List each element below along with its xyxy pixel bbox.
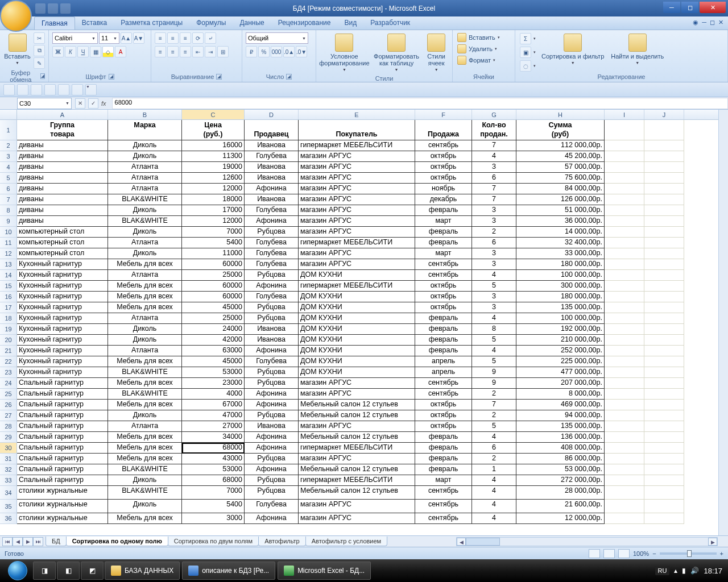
data-cell[interactable]: Афонина [245, 443, 299, 454]
data-cell[interactable]: Мебель для всех [108, 259, 182, 270]
taskbar-pinned-icon[interactable]: ◩ [81, 562, 104, 580]
data-cell[interactable]: 19000 [182, 162, 245, 173]
data-cell[interactable] [644, 248, 684, 259]
ribbon-tab[interactable]: Вид [337, 16, 363, 30]
data-cell[interactable]: Кухонный гарнитур [17, 270, 108, 281]
taskbar-app-button[interactable]: Microsoft Excel - БД... [278, 562, 371, 580]
row-header[interactable]: 1 [0, 120, 17, 140]
data-cell[interactable] [644, 367, 684, 378]
autosum-button[interactable]: Σ▾ [519, 32, 537, 45]
data-cell[interactable]: 100 000,00р. [516, 270, 605, 281]
row-header[interactable]: 13 [0, 259, 17, 270]
data-cell[interactable] [605, 410, 644, 421]
data-cell[interactable]: Диколь [108, 324, 182, 335]
data-cell[interactable]: 5 [472, 335, 516, 346]
data-cell[interactable]: Диколь [108, 151, 182, 162]
data-cell[interactable] [644, 513, 684, 524]
dialog-launcher-icon[interactable]: ◢ [40, 73, 45, 79]
decrease-decimal-icon[interactable]: .0▼ [296, 46, 307, 57]
data-cell[interactable]: Диколь [108, 248, 182, 259]
data-cell[interactable]: октябрь [415, 302, 472, 313]
data-cell[interactable]: Диколь [108, 475, 182, 486]
data-cell[interactable]: компьютерный стол [17, 227, 108, 238]
data-cell[interactable]: 469 000,00р. [516, 400, 605, 410]
data-cell[interactable] [644, 184, 684, 194]
row-header[interactable]: 7 [0, 194, 17, 205]
fill-color-icon[interactable]: ◇ [102, 46, 114, 57]
data-cell[interactable]: 12 000,00р. [516, 513, 605, 524]
data-cell[interactable] [644, 140, 684, 151]
quick-access-toolbar[interactable] [35, 3, 71, 14]
data-cell[interactable]: Спальный гарнитур [17, 378, 108, 389]
fx-icon[interactable]: fx [101, 100, 106, 107]
data-cell[interactable]: апрель [415, 367, 472, 378]
data-cell[interactable] [644, 173, 684, 184]
data-cell[interactable]: Спальный гарнитур [17, 421, 108, 432]
header-cell[interactable]: Продажа [415, 120, 472, 140]
row-header[interactable]: 11 [0, 238, 17, 248]
data-cell[interactable]: компьютерный стол [17, 248, 108, 259]
data-cell[interactable]: BLAK&WHITE [108, 216, 182, 227]
data-cell[interactable]: диваны [17, 162, 108, 173]
data-cell[interactable]: 94 000,00р. [516, 410, 605, 421]
name-box[interactable]: C30▼ [17, 98, 72, 109]
data-cell[interactable]: октябрь [415, 421, 472, 432]
data-cell[interactable] [605, 216, 644, 227]
data-cell[interactable]: Голубева [245, 238, 299, 248]
sheet-tab[interactable]: Сортировка по одному полю [66, 537, 168, 546]
data-cell[interactable]: Атланта [108, 346, 182, 356]
data-cell[interactable]: 86 000,00р. [516, 454, 605, 464]
data-cell[interactable]: 2 [472, 227, 516, 238]
sheet-tab[interactable]: БД [46, 537, 67, 546]
zoom-in-button[interactable]: + [720, 550, 723, 557]
data-cell[interactable]: февраль [415, 238, 472, 248]
data-cell[interactable] [605, 346, 644, 356]
data-cell[interactable] [605, 313, 644, 324]
data-cell[interactable]: 3 [472, 216, 516, 227]
ribbon-tab[interactable]: Формулы [189, 16, 233, 30]
find-select-button[interactable]: Найти и выделить▼ [609, 32, 666, 68]
sort-filter-button[interactable]: Сортировка и фильтр▼ [539, 32, 606, 68]
data-cell[interactable]: 14 000,00р. [516, 227, 605, 238]
bold-button[interactable]: Ж [52, 46, 64, 57]
header-cell[interactable]: Продавец [245, 120, 299, 140]
cell-styles-button[interactable]: Стили ячеек▼ [424, 32, 449, 74]
data-cell[interactable]: февраль [415, 227, 472, 238]
row-header[interactable]: 16 [0, 292, 17, 302]
data-cell[interactable]: Диколь [108, 227, 182, 238]
row-header[interactable]: 30 [0, 443, 17, 454]
data-cell[interactable]: 60000 [182, 281, 245, 292]
data-cell[interactable]: 136 000,00р. [516, 432, 605, 443]
data-cell[interactable] [644, 400, 684, 410]
data-cell[interactable]: Афонина [245, 216, 299, 227]
shrink-font-icon[interactable]: A▼ [133, 32, 144, 44]
data-cell[interactable]: 272 000,00р. [516, 475, 605, 486]
data-cell[interactable]: 252 000,00р. [516, 346, 605, 356]
dialog-launcher-icon[interactable]: ◢ [216, 74, 222, 80]
data-cell[interactable] [605, 486, 644, 500]
data-cell[interactable] [644, 486, 684, 500]
horizontal-scrollbar[interactable]: ◀ ▶ [456, 537, 718, 546]
data-cell[interactable]: февраль [415, 205, 472, 216]
data-cell[interactable]: 4000 [182, 389, 245, 400]
data-cell[interactable]: ДОМ КУХНИ [299, 346, 415, 356]
sheet-tab[interactable]: Автофильтр с условием [305, 537, 387, 546]
data-cell[interactable]: Спальный гарнитур [17, 454, 108, 464]
data-cell[interactable]: магазин АРГУС [299, 173, 415, 184]
column-header[interactable]: B [108, 110, 182, 119]
zoom-out-button[interactable]: − [652, 550, 656, 557]
data-cell[interactable]: Рубцова [245, 475, 299, 486]
data-cell[interactable]: Диколь [108, 335, 182, 346]
ribbon-tab[interactable]: Рецензирование [271, 16, 338, 30]
data-cell[interactable]: 3 [472, 292, 516, 302]
qat-save-icon[interactable] [35, 3, 46, 14]
data-cell[interactable]: Иванова [245, 162, 299, 173]
clock[interactable]: 18:17 [704, 567, 722, 575]
data-cell[interactable]: 4 [472, 475, 516, 486]
data-cell[interactable]: октябрь [415, 292, 472, 302]
row-header[interactable]: 20 [0, 335, 17, 346]
header-cell[interactable]: Сумма(руб) [516, 120, 605, 140]
data-cell[interactable]: сентябрь [415, 500, 472, 513]
data-cell[interactable]: 53 000,00р. [516, 464, 605, 475]
data-cell[interactable]: магазин АРГУС [299, 184, 415, 194]
